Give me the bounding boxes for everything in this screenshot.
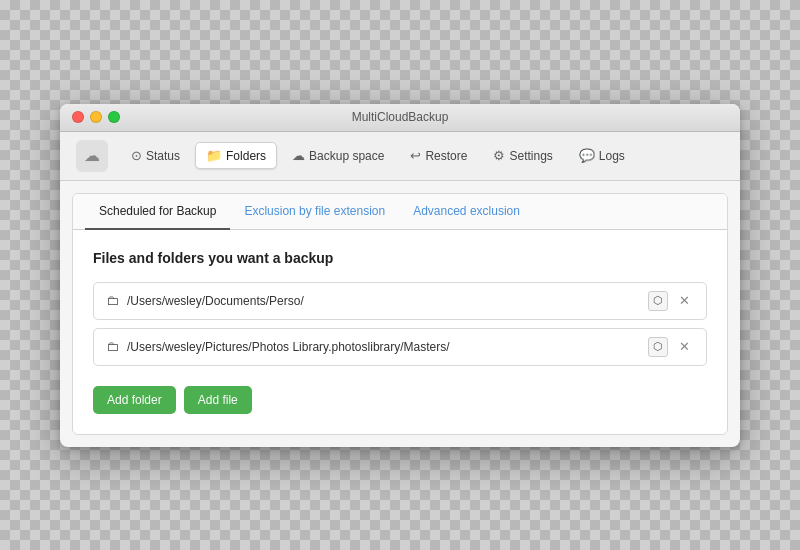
tab-exclusion-ext-label: Exclusion by file extension	[244, 204, 385, 218]
logs-label: Logs	[599, 149, 625, 163]
content-panel: Scheduled for Backup Exclusion by file e…	[72, 193, 728, 435]
tab-backup-space[interactable]: ☁ Backup space	[281, 142, 395, 169]
tab-logs[interactable]: 💬 Logs	[568, 142, 636, 169]
remove-button[interactable]: ✕	[674, 291, 694, 311]
tab-scheduled[interactable]: Scheduled for Backup	[85, 194, 230, 230]
file-path: /Users/wesley/Pictures/Photos Library.ph…	[127, 340, 648, 354]
add-folder-button[interactable]: Add folder	[93, 386, 176, 414]
tab-folders[interactable]: 📁 Folders	[195, 142, 277, 169]
tab-exclusion-ext[interactable]: Exclusion by file extension	[230, 194, 399, 230]
tab-status[interactable]: ⊙ Status	[120, 142, 191, 169]
app-window: MultiCloudBackup ☁ ⊙ Status 📁 Folders ☁ …	[60, 104, 740, 447]
edit-button[interactable]: ⬡	[648, 291, 668, 311]
section-title: Files and folders you want a backup	[93, 250, 707, 266]
traffic-lights	[72, 111, 120, 123]
status-icon: ⊙	[131, 148, 142, 163]
tab-restore[interactable]: ↩ Restore	[399, 142, 478, 169]
tab-advanced-exclusion[interactable]: Advanced exclusion	[399, 194, 534, 230]
restore-label: Restore	[425, 149, 467, 163]
toolbar: ☁ ⊙ Status 📁 Folders ☁ Backup space ↩ Re…	[60, 132, 740, 181]
restore-icon: ↩	[410, 148, 421, 163]
file-actions: ⬡ ✕	[648, 291, 694, 311]
logs-icon: 💬	[579, 148, 595, 163]
maximize-button[interactable]	[108, 111, 120, 123]
status-label: Status	[146, 149, 180, 163]
file-list: 🗀 /Users/wesley/Documents/Perso/ ⬡ ✕ 🗀 /…	[93, 282, 707, 366]
remove-button[interactable]: ✕	[674, 337, 694, 357]
settings-label: Settings	[509, 149, 552, 163]
tab-advanced-exclusion-label: Advanced exclusion	[413, 204, 520, 218]
file-actions: ⬡ ✕	[648, 337, 694, 357]
folder-icon: 🗀	[106, 339, 119, 354]
titlebar: MultiCloudBackup	[60, 104, 740, 132]
settings-icon: ⚙	[493, 148, 505, 163]
app-logo: ☁	[76, 140, 108, 172]
folders-label: Folders	[226, 149, 266, 163]
main-content: Files and folders you want a backup 🗀 /U…	[73, 230, 727, 434]
folders-icon: 📁	[206, 148, 222, 163]
backup-space-icon: ☁	[292, 148, 305, 163]
action-buttons: Add folder Add file	[93, 386, 707, 414]
add-file-button[interactable]: Add file	[184, 386, 252, 414]
backup-space-label: Backup space	[309, 149, 384, 163]
table-row: 🗀 /Users/wesley/Documents/Perso/ ⬡ ✕	[93, 282, 707, 320]
logo-icon: ☁	[84, 146, 100, 165]
tab-settings[interactable]: ⚙ Settings	[482, 142, 563, 169]
file-path: /Users/wesley/Documents/Perso/	[127, 294, 648, 308]
tab-scheduled-label: Scheduled for Backup	[99, 204, 216, 218]
folder-icon: 🗀	[106, 293, 119, 308]
close-button[interactable]	[72, 111, 84, 123]
table-row: 🗀 /Users/wesley/Pictures/Photos Library.…	[93, 328, 707, 366]
edit-button[interactable]: ⬡	[648, 337, 668, 357]
window-title: MultiCloudBackup	[352, 110, 449, 124]
minimize-button[interactable]	[90, 111, 102, 123]
sub-tabs: Scheduled for Backup Exclusion by file e…	[73, 194, 727, 230]
